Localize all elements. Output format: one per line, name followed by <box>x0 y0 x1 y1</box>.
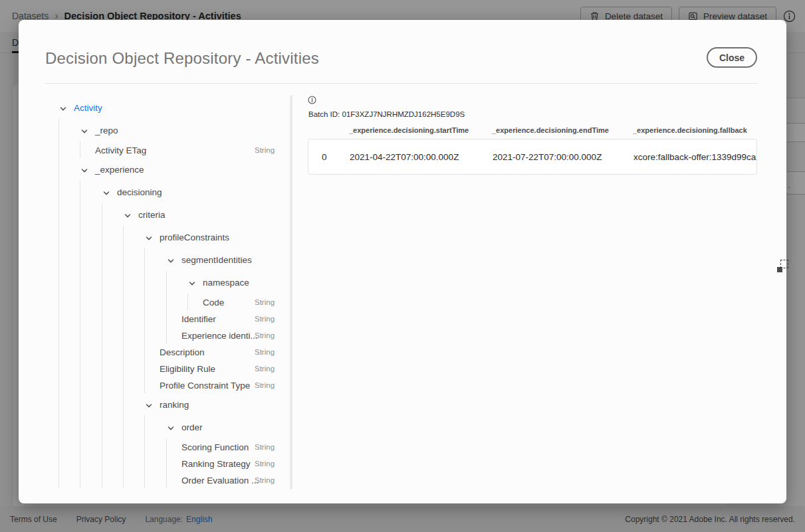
tree-item-label: namespace <box>203 278 249 288</box>
field-type-label: String <box>255 331 275 339</box>
schema-tree: Activity_repoActivity ETagString_experie… <box>19 96 292 489</box>
table-row: 02021-04-22T07:00:00.000Z2021-07-22T07:0… <box>308 139 757 175</box>
tree-item-label: _experience <box>95 165 144 175</box>
preview-table-header: _experience.decisioning.startTime_experi… <box>308 126 778 134</box>
tree-item-label: Code <box>203 297 224 307</box>
tree-item-label: Activity <box>74 103 102 113</box>
tree-item-label: Identifier <box>181 313 216 323</box>
tree-node-activity[interactable]: Activity <box>19 96 285 119</box>
row-value-cell-1: 2021-04-22T07:00:00.000Z <box>350 152 493 162</box>
tree-item-label: Activity ETag <box>95 145 146 155</box>
tree-item-label: decisioning <box>117 187 162 197</box>
tree-item-label: profileConstraints <box>160 232 229 242</box>
field-type-label: String <box>255 315 275 323</box>
tree-guide-line <box>166 438 167 488</box>
row-index-cell: 0 <box>308 152 350 162</box>
chevron-down-icon[interactable] <box>80 165 88 173</box>
column-header-2: _experience.decisioning.endTime <box>492 126 633 134</box>
chevron-down-icon[interactable] <box>124 211 132 219</box>
row-value-cell-3: xcore:fallback-offer:1339d99caa5f <box>633 152 757 162</box>
tree-item-label: criteria <box>138 210 166 220</box>
tree-item-label: Eligibility Rule <box>160 363 215 373</box>
field-type-label: String <box>255 348 275 356</box>
tree-item-label: Ranking Strategy <box>181 458 251 468</box>
field-type-label: String <box>255 146 275 154</box>
tree-scrollbar[interactable] <box>290 95 292 489</box>
tree-guide-line <box>123 226 124 488</box>
batch-id-text: Batch ID: 01F3XZJ7NJRHMZDJ162H5E9D9S <box>308 110 465 118</box>
title-divider <box>45 83 758 84</box>
field-type-label: String <box>255 381 275 389</box>
tree-guide-line <box>144 416 145 488</box>
tree-item-label: Description <box>160 347 205 357</box>
row-value-cell-2: 2021-07-22T07:00:00.000Z <box>493 152 633 162</box>
tree-item-label: Order Evaluation ... <box>181 475 259 485</box>
tree-guide-line <box>80 141 80 158</box>
chevron-down-icon[interactable] <box>188 278 196 286</box>
chevron-down-icon[interactable] <box>167 423 175 431</box>
column-header-1: _experience.decisioning.startTime <box>349 126 492 134</box>
field-type-label: String <box>255 365 275 373</box>
preview-panel: Batch ID: 01F3XZJ7NJRHMZDJ162H5E9D9S _ex… <box>308 94 778 493</box>
dialog-title: Decision Object Repository - Activities <box>45 49 319 68</box>
tree-item-label: _repo <box>95 126 118 135</box>
field-type-label: String <box>255 460 275 468</box>
chevron-down-icon[interactable] <box>145 400 153 408</box>
tree-guide-line <box>166 271 167 343</box>
tree-guide-line <box>58 119 59 488</box>
tree-guide-line <box>102 203 102 488</box>
info-icon <box>308 96 316 104</box>
chevron-down-icon[interactable] <box>80 126 88 134</box>
chevron-down-icon[interactable] <box>59 104 67 112</box>
tree-guide-line <box>144 248 145 393</box>
field-type-label: String <box>255 298 275 306</box>
chevron-down-icon[interactable] <box>167 256 175 264</box>
tree-item-label: Experience identi... <box>181 330 258 340</box>
chevron-down-icon[interactable] <box>145 233 153 241</box>
field-type-label: String <box>255 476 275 484</box>
tree-item-label: segmentIdentities <box>181 255 252 265</box>
column-header-3: _experience.decisioning.fallback <box>633 126 778 134</box>
tree-guide-line <box>187 294 188 310</box>
tree-item-label: Scoring Function <box>181 442 249 452</box>
schema-preview-dialog: Decision Object Repository - Activities … <box>19 20 786 503</box>
screen: Datasets › Decision Object Repository - … <box>0 0 805 532</box>
close-button[interactable]: Close <box>707 47 757 68</box>
tree-item-label: order <box>181 422 203 432</box>
selection-cursor-corner <box>777 267 782 272</box>
tree-item-label: ranking <box>160 400 189 410</box>
field-type-label: String <box>255 443 275 451</box>
chevron-down-icon[interactable] <box>102 188 110 196</box>
tree-item-label: Profile Constraint Type <box>160 380 250 390</box>
tree-guide-line <box>80 181 80 488</box>
column-header-index <box>308 126 349 134</box>
